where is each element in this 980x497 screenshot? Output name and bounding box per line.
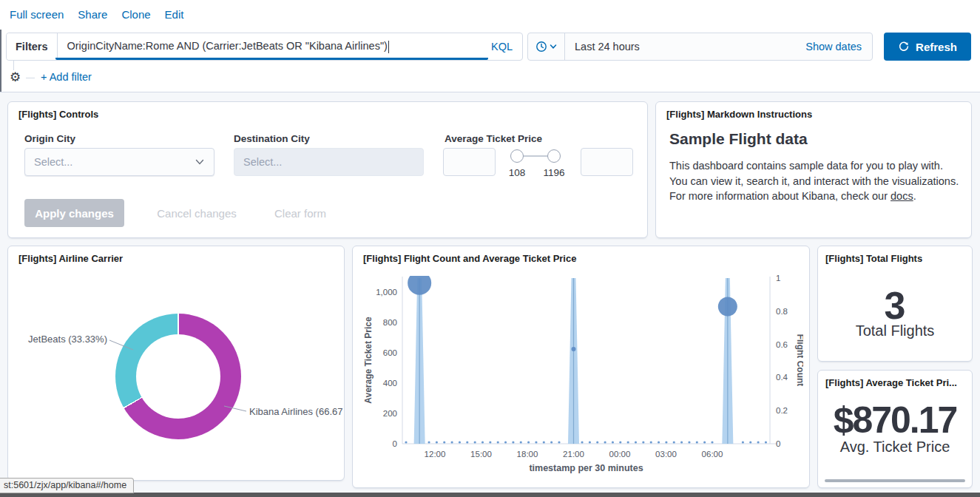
clone-link[interactable]: Clone	[121, 8, 150, 21]
svg-text:Average Ticket Price: Average Ticket Price	[363, 317, 374, 404]
svg-text:200: 200	[383, 409, 397, 418]
total-flights-value: 3	[818, 283, 972, 328]
text-caret	[388, 41, 390, 53]
svg-text:400: 400	[383, 379, 397, 388]
refresh-label: Refresh	[916, 41, 957, 53]
svg-text:12:00: 12:00	[425, 450, 446, 459]
svg-text:21:00: 21:00	[563, 450, 584, 459]
refresh-icon	[898, 41, 910, 53]
markdown-body: This dashboard contains sample data for …	[669, 158, 962, 204]
timeseries-svg[interactable]: 02004006008001,00000.20.40.60.8112:0015:…	[360, 267, 803, 480]
donut-hole	[136, 334, 220, 419]
svg-text:timestamp per 30 minutes: timestamp per 30 minutes	[529, 463, 643, 473]
svg-text:1: 1	[776, 274, 780, 283]
apply-changes-button[interactable]: Apply changes	[24, 199, 124, 227]
filters-chip[interactable]: Filters	[7, 33, 58, 60]
avg-ticket-price-label: Average Ticket Price	[445, 133, 542, 144]
date-picker[interactable]: Last 24 hours Show dates	[527, 33, 873, 61]
browser-status-url: st:5601/zjx/app/kibana#/home	[0, 478, 134, 493]
pie-label-jetbeats[interactable]: JetBeats (33.33%)	[26, 334, 107, 345]
svg-text:0.4: 0.4	[776, 373, 788, 382]
left-edge-divider	[0, 30, 1, 92]
header: Full screen Share Clone Edit Filters Ori…	[0, 0, 980, 92]
svg-text:1,000: 1,000	[376, 288, 397, 297]
panel-title: [Flights] Markdown Instructions	[666, 109, 812, 120]
full-screen-link[interactable]: Full screen	[10, 8, 64, 21]
avg-ticket-price-label: Avg. Ticket Price	[818, 439, 972, 456]
destination-city-placeholder: Select...	[243, 156, 282, 168]
cancel-changes-button[interactable]: Cancel changes	[145, 199, 249, 227]
svg-text:03:00: 03:00	[655, 450, 677, 459]
destination-city-select[interactable]: Select...	[234, 148, 424, 176]
filter-options-gear-icon[interactable]: ⚙	[10, 70, 21, 85]
svg-text:800: 800	[383, 318, 397, 327]
docs-link[interactable]: docs	[891, 190, 913, 202]
price-max-value: 1196	[539, 167, 569, 178]
top-nav: Full screen Share Clone Edit	[10, 8, 183, 21]
pie-label-kibana-airlines[interactable]: Kibana Airlines (66.67	[249, 406, 342, 417]
price-min-input[interactable]	[443, 148, 496, 176]
panel-flight-count-avg-price: [Flights] Flight Count and Average Ticke…	[352, 246, 810, 488]
panel-average-ticket-price: [Flights] Average Ticket Pri... $870.17 …	[817, 370, 973, 488]
markdown-heading: Sample Flight data	[669, 130, 808, 148]
svg-text:Flight Count: Flight Count	[795, 334, 803, 387]
avg-ticket-price-value: $870.17	[818, 399, 972, 442]
price-min-value: 108	[505, 167, 529, 178]
time-range-value[interactable]: Last 24 hours	[565, 41, 640, 53]
kql-badge[interactable]: KQL	[481, 41, 522, 53]
chevron-down-icon	[195, 157, 205, 167]
price-slider-max-handle[interactable]	[547, 149, 561, 163]
markdown-text-end: .	[913, 190, 916, 202]
origin-city-label: Origin City	[24, 133, 75, 144]
focus-underline	[55, 58, 488, 60]
bottom-window-edge	[0, 493, 980, 497]
edit-link[interactable]: Edit	[165, 8, 184, 21]
svg-text:06:00: 06:00	[702, 450, 723, 459]
price-max-input[interactable]	[581, 148, 633, 176]
chevron-down-icon	[550, 43, 557, 50]
show-dates-link[interactable]: Show dates	[805, 41, 872, 53]
svg-text:0: 0	[776, 439, 780, 448]
total-flights-label: Total Flights	[818, 322, 972, 339]
query-input[interactable]: OriginCityName:Rome AND (Carrier:JetBeat…	[58, 40, 481, 53]
svg-text:0.8: 0.8	[776, 307, 788, 316]
panel-title: [Flights] Controls	[18, 109, 98, 120]
add-filter-link[interactable]: + Add filter	[41, 71, 92, 83]
panel-flights-controls: [Flights] Controls Origin City Destinati…	[7, 101, 648, 238]
filter-connector	[13, 61, 14, 70]
panel-title: [Flights] Airline Carrier	[18, 253, 123, 264]
horizontal-scrollbar[interactable]	[825, 479, 965, 482]
destination-city-label: Destination City	[234, 133, 310, 144]
svg-text:18:00: 18:00	[517, 450, 538, 459]
origin-city-select[interactable]: Select...	[24, 148, 214, 176]
query-bar[interactable]: Filters OriginCityName:Rome AND (Carrier…	[6, 33, 523, 61]
panel-title: [Flights] Average Ticket Pri...	[825, 377, 957, 388]
svg-text:600: 600	[383, 348, 397, 357]
svg-text:0.2: 0.2	[776, 406, 788, 415]
panel-title: [Flights] Flight Count and Average Ticke…	[363, 253, 576, 264]
svg-text:15:00: 15:00	[470, 450, 492, 459]
price-slider-min-handle[interactable]	[510, 149, 524, 163]
panel-markdown-instructions: [Flights] Markdown Instructions Sample F…	[655, 101, 972, 238]
svg-text:00:00: 00:00	[609, 450, 631, 459]
origin-city-placeholder: Select...	[34, 156, 72, 168]
panel-airline-carrier: [Flights] Airline Carrier JetBeats (33.3…	[7, 246, 345, 481]
clear-form-button[interactable]: Clear form	[263, 199, 337, 227]
panel-title: [Flights] Total Flights	[825, 253, 922, 264]
panel-total-flights: [Flights] Total Flights 3 Total Flights	[817, 246, 973, 362]
share-link[interactable]: Share	[78, 8, 107, 21]
clock-icon	[535, 41, 547, 53]
refresh-button[interactable]: Refresh	[884, 33, 971, 61]
svg-text:0: 0	[393, 439, 397, 448]
query-text: OriginCityName:Rome AND (Carrier:JetBeat…	[67, 40, 388, 52]
gear-divider	[26, 78, 35, 78]
quick-select-button[interactable]	[528, 33, 565, 60]
svg-text:0.6: 0.6	[776, 340, 788, 349]
